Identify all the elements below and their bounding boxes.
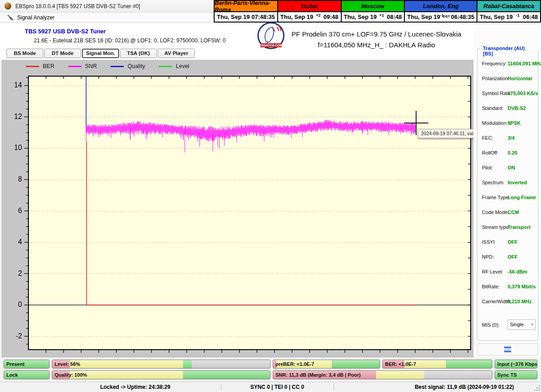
transponder-value: OFF xyxy=(508,254,518,260)
clock-datetime: Thu, Sep 19-106:48 xyxy=(477,12,540,22)
indicator-segment-yellow xyxy=(376,371,424,379)
transponder-row-npd: NPD:OFF xyxy=(477,254,539,261)
status-sync-counters: SYNC 0 | TEI 0 | CC 0 xyxy=(225,384,329,390)
app-icon xyxy=(5,3,11,9)
mode-button-bs-mode[interactable]: BS Mode xyxy=(6,49,43,58)
mode-button-av-player[interactable]: AV Player xyxy=(158,49,195,58)
signal-chart-plot[interactable] xyxy=(2,60,474,357)
antenna-description: PF Prodelin 370 cm+ LOF=9.75 GHz / Lucen… xyxy=(275,29,478,40)
transponder-row-pilot: Pilot:ON xyxy=(477,165,539,172)
mode-button-bar: BS ModeDT ModeSignal Mon.TSA (OK)AV Play… xyxy=(0,49,473,60)
transponder-row-codemode: Code Mode:CCM xyxy=(477,210,539,217)
transponder-value: Inverted xyxy=(508,180,527,185)
indicator-quality: Quality: 100% xyxy=(52,370,270,379)
transponder-label: Code Mode: xyxy=(482,210,509,215)
mode-button-tsa-ok-[interactable]: TSA (OK) xyxy=(120,49,157,58)
logo-text: DXSATCS.COM xyxy=(259,44,282,47)
transport-stream-button[interactable] xyxy=(477,343,538,356)
menu-item-label: Signal Analyzer xyxy=(17,14,55,21)
legend-swatch xyxy=(68,66,82,67)
transponder-row-spectrum: Spectrum:Inverted xyxy=(477,180,539,187)
indicator-label: Sync TS xyxy=(497,371,517,379)
transponder-label: RF Level: xyxy=(482,269,503,274)
transponder-row-standard: Standard:DVB-S2 xyxy=(477,105,539,113)
clock-city: Rabat-Casablanca xyxy=(477,1,540,12)
tuner-name: TBS 5927 USB DVB-S2 Tuner xyxy=(25,28,106,35)
satellite-dish-icon xyxy=(7,14,14,21)
transponder-label: Polarization: xyxy=(482,76,509,81)
transponder-value: 11604,091 MHz xyxy=(508,61,541,66)
legend-label: Quality xyxy=(128,63,145,69)
legend-label: SNR xyxy=(85,63,97,69)
mis-dropdown[interactable]: Single ▾ xyxy=(508,319,536,330)
transponder-label: FEC: xyxy=(482,135,493,141)
indicator-snr: SNR: 11,3 dB (Margin: 3,4 dB | Poor) xyxy=(273,370,492,379)
transponder-label: CarrierWidth: xyxy=(482,299,511,304)
transponder-row-streamtype: Stream type:Transport xyxy=(477,224,539,232)
status-locked-uptime: Locked -> Uptime: 24:38:29 xyxy=(41,384,230,390)
legend-label: Level xyxy=(176,63,189,69)
transponder-row-frequency: Frequency:11604,091 MHz xyxy=(477,61,539,68)
indicator-preber: preBER: <1.0E-7 xyxy=(273,360,380,369)
transponder-value: Horizontal xyxy=(508,76,532,81)
transponder-label: ISSYI xyxy=(482,239,495,245)
indicator-label: Level: 56% xyxy=(55,360,80,369)
transponder-label: Pilot: xyxy=(482,165,493,170)
transponder-value: 8PSK xyxy=(508,120,521,126)
transponder-row-polarization: Polarization:Horizontal xyxy=(477,76,539,83)
indicator-label: Present xyxy=(6,360,24,369)
indicator-label: BER: <1.0E-7 xyxy=(385,360,416,369)
statusbar-separator xyxy=(334,383,334,391)
indicator-lock: Lock xyxy=(4,370,50,379)
menu-item-signal-analyzer[interactable]: Signal Analyzer xyxy=(5,13,57,22)
transponder-label: Spectrum: xyxy=(482,180,504,185)
clock-city: Berlin-Paris-Vienna-Roma xyxy=(215,1,277,12)
stream-list-icon xyxy=(504,346,511,352)
transponder-value: 175,003 KS/s xyxy=(508,91,538,96)
legend-swatch xyxy=(26,66,39,67)
clock-city: Moscow xyxy=(342,1,404,12)
clock-london-eng: London, EngThu, Sep 19-1DST06:48:35 xyxy=(404,1,477,22)
window-resize-grip[interactable] xyxy=(534,385,540,391)
transponder-value: Transport xyxy=(508,224,531,230)
transponder-value: ON xyxy=(508,165,515,170)
clock-berlin-paris-vienna-roma: Berlin-Paris-Vienna-RomaThu, Sep 1907:48… xyxy=(215,1,277,22)
transponder-row-issyi: ISSYIOFF xyxy=(477,239,539,246)
window-title: EBSpro 18.0.0.4 [TBS 5927 USB DVB-S2 Tun… xyxy=(15,3,140,9)
transponder-row-bitrate: BitRate:0,379 Mbit/s xyxy=(477,284,539,291)
legend-swatch xyxy=(159,66,172,67)
indicator-segment-gray xyxy=(424,371,492,379)
clock-dubai: DubaiThu, Sep 19+209:48 xyxy=(277,1,341,22)
indicator-ber: BER: <1.0E-7 xyxy=(382,360,492,369)
mode-button-signal-mon-[interactable]: Signal Mon. xyxy=(82,49,119,58)
indicator-label: Lock xyxy=(6,371,18,379)
transponder-value: CCM xyxy=(508,210,519,215)
transponder-panel: Transponder (AU) [BS] Frequency:11604,09… xyxy=(473,23,541,357)
status-indicators: PresentLevel: 56%preBER: <1.0E-7BER: <1.… xyxy=(0,358,541,381)
transponder-value: 3/4 xyxy=(508,135,514,141)
indicator-segment-yellow xyxy=(70,360,183,368)
transponder-row-rflevel: RF Level:-56 dBm xyxy=(477,269,539,276)
clock-datetime: Thu, Sep 19+108:48 xyxy=(342,12,404,22)
transponder-value: Long Frame xyxy=(508,195,536,200)
legend-swatch xyxy=(110,66,124,67)
clock-datetime: Thu, Sep 19-1DST06:48:35 xyxy=(405,12,477,22)
indicator-segment-green xyxy=(183,360,192,368)
legend-item-level: Level xyxy=(159,63,189,69)
clock-city: London, Eng xyxy=(405,1,477,12)
legend-label: BER xyxy=(43,63,55,69)
transponder-value: OFF xyxy=(508,239,518,245)
transponder-label: Frame Type: xyxy=(482,195,510,200)
indicator-label: Input (~376 Kbps) xyxy=(497,360,537,369)
clock-moscow: MoscowThu, Sep 19+108:48 xyxy=(341,1,404,22)
mode-button-dt-mode[interactable]: DT Mode xyxy=(44,49,81,58)
signal-chart-panel: BERSNRQualityLevel 2024-09-19 07.46.11, … xyxy=(2,60,473,357)
transponder-label: Standard: xyxy=(482,105,504,111)
mis-label: MIS (0): xyxy=(482,322,500,328)
transponder-label: Stream type: xyxy=(482,224,510,230)
status-best-signal: Best signal: 11,9 dB (2024-09-19 01:22) xyxy=(388,384,541,390)
world-clocks: Berlin-Paris-Vienna-RomaThu, Sep 1907:48… xyxy=(214,0,541,23)
statusbar-separator xyxy=(221,383,221,391)
indicator-level: Level: 56% xyxy=(52,360,270,369)
transponder-label: Frequency: xyxy=(482,61,507,66)
